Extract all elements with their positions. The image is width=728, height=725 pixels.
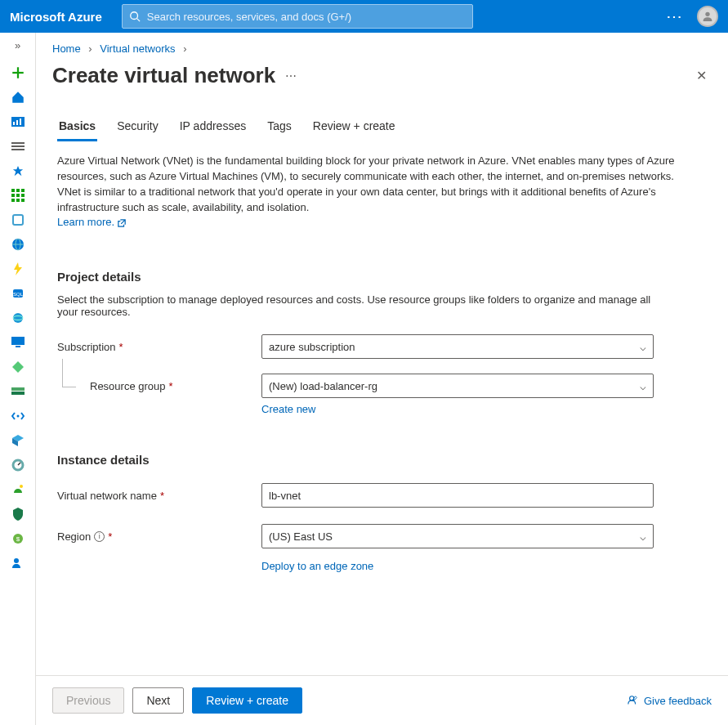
tab-bar: Basics Security IP addresses Tags Review… [51,114,713,142]
svg-rect-34 [11,387,25,391]
svg-rect-20 [16,199,20,202]
more-menu-button[interactable]: ⋯ [666,7,684,26]
aad-icon[interactable] [10,432,26,449]
chevron-down-icon: ⌵ [640,530,646,543]
svg-rect-19 [11,199,15,202]
svg-rect-13 [11,189,15,192]
help-icon[interactable] [10,555,26,571]
tab-ip-addresses[interactable]: IP addresses [178,114,248,141]
learn-more-link[interactable]: Learn more. [57,215,126,230]
external-link-icon [118,219,126,227]
svg-rect-7 [16,120,18,125]
svg-rect-8 [20,119,21,125]
svg-point-36 [16,415,19,418]
svg-rect-15 [21,189,25,192]
user-avatar[interactable] [697,6,718,27]
svg-point-29 [13,313,23,323]
load-balancer-icon[interactable] [10,359,26,375]
resource-group-value: (New) load-balancer-rg [269,380,377,392]
svg-line-1 [136,19,140,22]
svg-marker-12 [12,166,22,176]
advisor-icon[interactable] [10,481,26,498]
create-new-rg-link[interactable]: Create new [261,403,315,415]
svg-line-40 [18,463,20,465]
vnet-name-input[interactable]: lb-vnet [261,483,654,508]
footer-bar: Previous Next Review + create Give feedb… [36,675,728,725]
storage-icon[interactable] [10,383,26,400]
page-more-button[interactable]: ⋯ [285,69,298,83]
svg-point-0 [131,12,138,20]
region-value: (US) East US [269,530,333,543]
subscription-select[interactable]: azure subscription ⌵ [261,334,654,359]
review-create-button[interactable]: Review + create [192,687,302,714]
vnet-icon[interactable] [10,408,26,424]
globe-icon[interactable] [10,236,26,253]
svg-rect-31 [11,337,25,345]
vnet-name-value: lb-vnet [269,490,301,502]
required-marker: * [108,530,112,543]
breadcrumb-sep: › [88,43,92,55]
svg-point-44 [14,558,19,563]
close-panel-button[interactable]: ✕ [691,63,712,88]
svg-rect-22 [13,215,23,225]
svg-rect-6 [13,122,15,125]
svg-point-41 [20,485,23,488]
cosmos-icon[interactable] [10,310,26,326]
svg-rect-14 [16,189,20,192]
all-resources-icon[interactable] [10,187,26,204]
search-icon [129,11,141,22]
home-icon[interactable] [10,89,26,105]
resource-group-select[interactable]: (New) load-balancer-rg ⌵ [261,374,654,398]
page-title: Create virtual network [52,63,275,88]
dashboard-icon[interactable] [10,114,26,130]
sql-icon[interactable]: SQL [10,285,26,302]
info-icon[interactable]: i [94,531,105,542]
instance-details-heading: Instance details [57,453,707,467]
tab-basics[interactable]: Basics [57,114,97,141]
create-resource-icon[interactable] [10,65,26,81]
top-bar: Microsoft Azure Search resources, servic… [0,0,728,33]
svg-point-2 [705,12,709,16]
svg-text:$: $ [16,535,20,543]
search-placeholder: Search resources, services, and docs (G+… [147,11,351,23]
chevron-down-icon: ⌵ [640,380,646,392]
expand-nav-icon[interactable]: » [15,39,20,51]
required-marker: * [119,341,123,353]
security-icon[interactable] [10,506,26,522]
functions-icon[interactable] [10,261,26,277]
tab-tags[interactable]: Tags [266,114,293,141]
svg-marker-26 [14,262,22,275]
chevron-down-icon: ⌵ [640,341,646,353]
svg-rect-32 [16,346,20,347]
cost-icon[interactable]: $ [10,530,26,547]
intro-text: Azure Virtual Network (VNet) is the fund… [57,154,675,213]
deploy-edge-zone-link[interactable]: Deploy to an edge zone [261,560,373,572]
global-search-input[interactable]: Search resources, services, and docs (G+… [122,4,473,29]
project-details-desc: Select the subscription to manage deploy… [57,293,662,318]
project-details-heading: Project details [57,270,707,284]
svg-rect-16 [11,194,15,197]
left-nav: » SQL $ [0,33,36,725]
vnet-name-label: Virtual network name [57,490,157,502]
required-marker: * [169,380,173,392]
breadcrumb: Home › Virtual networks › [36,33,728,60]
main-panel: Home › Virtual networks › Create virtual… [36,33,728,725]
resource-group-label: Resource group [90,380,166,392]
breadcrumb-home[interactable]: Home [52,43,81,55]
monitor-icon[interactable] [10,457,26,473]
give-feedback-link[interactable]: Give feedback [628,695,712,707]
previous-button: Previous [52,687,124,714]
region-select[interactable]: (US) East US ⌵ [261,524,654,548]
tab-review-create[interactable]: Review + create [311,114,397,141]
brand-label: Microsoft Azure [10,10,102,24]
favorite-star-icon[interactable] [10,163,26,179]
breadcrumb-virtual-networks[interactable]: Virtual networks [100,43,175,55]
resource-groups-icon[interactable] [10,212,26,228]
svg-marker-33 [12,361,24,373]
all-services-icon[interactable] [10,138,26,154]
subscription-label: Subscription [57,341,116,353]
breadcrumb-sep: › [183,43,186,55]
vm-icon[interactable] [10,334,26,351]
next-button[interactable]: Next [132,687,184,714]
tab-security[interactable]: Security [115,114,160,141]
